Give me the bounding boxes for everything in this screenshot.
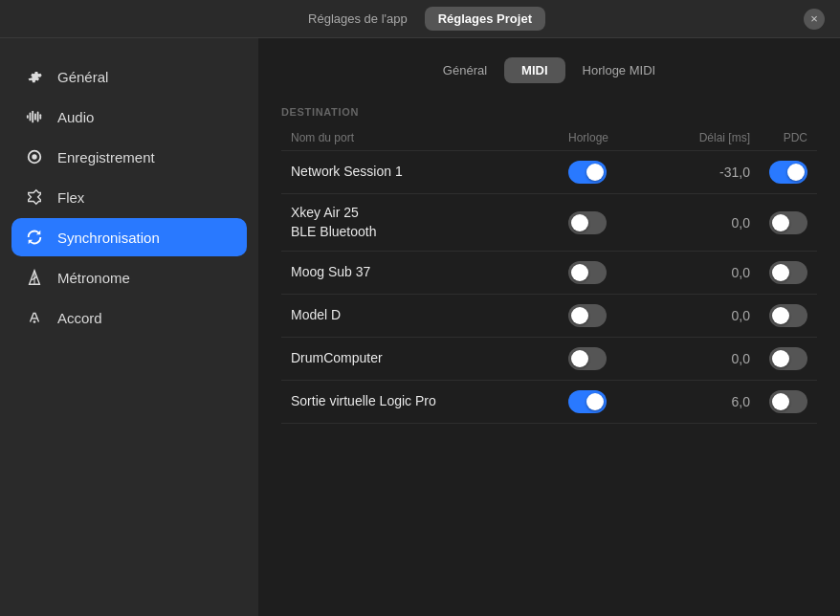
sidebar-item-metronome[interactable]: Métronome (11, 258, 247, 297)
table-body: Network Session 1 -31,0 Xkey Air 25BLE B… (281, 150, 817, 424)
port-name: DrumComputer (291, 349, 568, 368)
metronome-icon (25, 268, 44, 287)
delai-value: -31,0 (654, 165, 750, 180)
col-header-port: Nom du port (291, 131, 568, 144)
horloge-toggle-moog-sub[interactable] (568, 261, 654, 284)
port-name: Model D (291, 306, 568, 325)
sidebar-item-synchronisation[interactable]: Synchronisation (11, 218, 247, 256)
flex-icon (25, 187, 44, 207)
pdc-toggle-sortie-virtuelle[interactable] (750, 390, 807, 413)
svg-rect-5 (39, 114, 41, 119)
close-button[interactable]: × (804, 9, 825, 30)
sidebar-item-label: Synchronisation (57, 230, 160, 246)
port-name: Sortie virtuelle Logic Pro (291, 392, 568, 411)
tab-project[interactable]: Réglages Projet (425, 7, 545, 31)
horloge-toggle-drumcomputer[interactable] (568, 347, 654, 370)
sidebar-item-label: Enregistrement (57, 149, 155, 165)
horloge-toggle-sortie-virtuelle[interactable] (568, 390, 654, 413)
port-name: Moog Sub 37 (291, 263, 568, 282)
sidebar-item-label: Général (57, 69, 108, 85)
table-row: DrumComputer 0,0 (281, 337, 817, 380)
toggle-horloge[interactable] (568, 347, 607, 370)
sidebar-item-enregistrement[interactable]: Enregistrement (11, 138, 247, 176)
synchronisation-icon (25, 228, 44, 247)
toggle-pdc[interactable] (769, 304, 807, 327)
sidebar-item-flex[interactable]: Flex (11, 178, 247, 216)
sub-tab-general[interactable]: Général (426, 57, 504, 83)
horloge-toggle-xkey-air[interactable] (568, 211, 654, 234)
sub-tabs: GénéralMIDIHorloge MIDI (281, 57, 817, 83)
toggle-horloge[interactable] (568, 304, 607, 327)
table-row: Sortie virtuelle Logic Pro 6,0 (281, 380, 817, 424)
toggle-pdc[interactable] (769, 211, 807, 234)
col-header-pdc: PDC (750, 131, 807, 144)
horloge-toggle-network-session[interactable] (568, 161, 654, 184)
toggle-pdc[interactable] (769, 347, 807, 370)
tab-bar: Réglages de l'app Réglages Projet (295, 7, 545, 31)
pdc-toggle-xkey-air[interactable] (750, 211, 807, 234)
delai-value: 0,0 (654, 308, 750, 323)
toggle-horloge[interactable] (568, 211, 607, 234)
toggle-horloge[interactable] (568, 161, 607, 184)
sidebar-item-label: Audio (57, 109, 94, 125)
sub-tab-midi[interactable]: MIDI (504, 57, 564, 83)
main-layout: Général Audio Enregistrement Flex Synchr… (0, 38, 840, 616)
pdc-toggle-drumcomputer[interactable] (750, 347, 807, 370)
sidebar-item-label: Accord (57, 310, 102, 326)
delai-value: 0,0 (654, 351, 750, 366)
pdc-toggle-network-session[interactable] (750, 161, 807, 184)
svg-rect-4 (37, 112, 39, 122)
toggle-pdc[interactable] (769, 161, 807, 184)
toggle-horloge[interactable] (568, 261, 607, 284)
toggle-pdc[interactable] (769, 390, 807, 413)
port-name: Xkey Air 25BLE Bluetooth (291, 204, 568, 241)
content-area: GénéralMIDIHorloge MIDI DESTINATION Nom … (258, 38, 840, 616)
sidebar-item-general[interactable]: Général (11, 57, 247, 96)
sidebar-item-label: Métronome (57, 270, 130, 286)
table-row: Model D 0,0 (281, 294, 817, 337)
app-bar: Réglages de l'app Réglages Projet × (0, 0, 840, 38)
port-name: Network Session 1 (291, 163, 568, 182)
pdc-toggle-moog-sub[interactable] (750, 261, 807, 284)
tab-app[interactable]: Réglages de l'app (295, 7, 421, 31)
sidebar-item-accord[interactable]: Accord (11, 298, 247, 337)
svg-rect-3 (34, 113, 36, 120)
pdc-toggle-model-d[interactable] (750, 304, 807, 327)
delai-value: 0,0 (654, 265, 750, 280)
table-row: Network Session 1 -31,0 (281, 150, 817, 193)
col-header-horloge: Horloge (568, 131, 654, 144)
table-row: Xkey Air 25BLE Bluetooth 0,0 (281, 193, 817, 251)
toggle-horloge[interactable] (568, 390, 607, 413)
svg-rect-1 (30, 113, 32, 121)
delai-value: 0,0 (654, 215, 750, 231)
toggle-pdc[interactable] (769, 261, 807, 284)
sub-tab-horloge-midi[interactable]: Horloge MIDI (565, 57, 674, 83)
sidebar-item-label: Flex (57, 189, 84, 206)
col-header-delai: Délai [ms] (654, 131, 750, 144)
section-destination: DESTINATION (281, 106, 817, 118)
accord-icon (25, 308, 44, 327)
delai-value: 6,0 (654, 394, 750, 409)
sidebar-item-audio[interactable]: Audio (11, 98, 247, 136)
svg-rect-2 (32, 111, 33, 123)
horloge-toggle-model-d[interactable] (568, 304, 654, 327)
enregistrement-icon (25, 147, 44, 166)
table-header: Nom du port Horloge Délai [ms] PDC (281, 125, 817, 150)
sidebar: Général Audio Enregistrement Flex Synchr… (0, 38, 258, 616)
svg-rect-0 (27, 115, 29, 119)
table-row: Moog Sub 37 0,0 (281, 251, 817, 294)
general-icon (25, 67, 44, 86)
audio-icon (25, 107, 44, 126)
svg-point-12 (33, 320, 36, 323)
svg-point-7 (32, 154, 36, 159)
